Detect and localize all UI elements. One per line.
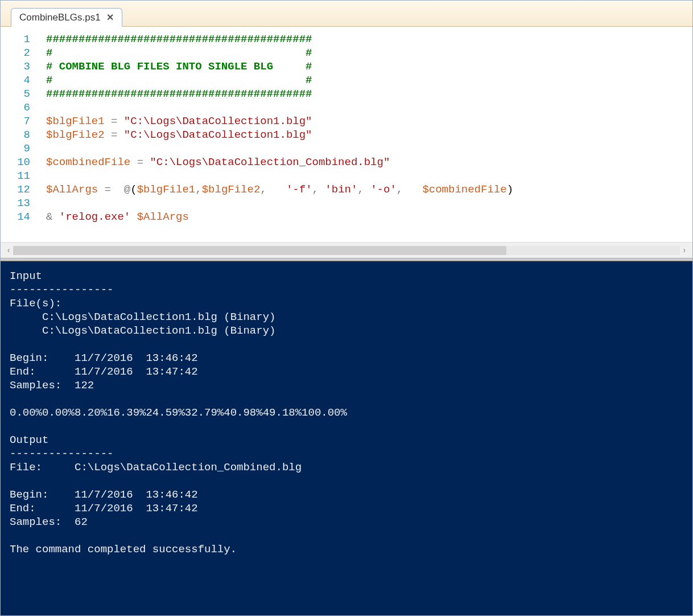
code-string: "C:\Logs\DataCollection_Combined.blg": [150, 156, 390, 169]
code-paren: ): [507, 183, 513, 196]
code-pad: [410, 183, 423, 196]
code-variable: $combinedFile: [46, 156, 130, 169]
code-string: "C:\Logs\DataCollection1.blg": [124, 129, 312, 141]
code-variable: $blgFile1: [137, 183, 196, 196]
tab-bar: CombineBLGs.ps1 ✕: [1, 1, 692, 27]
code-operator: ,: [195, 183, 201, 196]
code-string: "C:\Logs\DataCollection1.blg": [124, 115, 312, 128]
code-space: [52, 211, 59, 223]
code-comment: COMBINE BLG FILES INTO SINGLE BLG: [59, 60, 273, 73]
code-string: '-f': [286, 183, 312, 196]
tab-label: CombineBLGs.ps1: [19, 12, 101, 23]
line-number: 7: [1, 114, 30, 128]
line-number: 3: [1, 60, 30, 73]
code-variable: $AllArgs: [46, 183, 98, 196]
code-operator: =: [105, 115, 124, 128]
code-comment: ########################################…: [46, 33, 312, 46]
code-operator: =: [98, 183, 124, 196]
line-number: 1: [1, 32, 30, 46]
code-comment: # #: [46, 47, 312, 59]
line-number: 2: [1, 46, 30, 60]
line-number: 9: [1, 142, 30, 155]
code-operator: @: [124, 183, 130, 196]
scrollbar-track[interactable]: [13, 246, 679, 255]
line-number: 10: [1, 155, 30, 169]
ise-window: CombineBLGs.ps1 ✕ 1234567891011121314 ##…: [0, 0, 693, 616]
editor-scroll: 1234567891011121314 ####################…: [1, 27, 692, 242]
script-editor-pane: 1234567891011121314 ####################…: [1, 27, 692, 242]
scroll-left-icon[interactable]: ‹: [4, 246, 13, 255]
code-string: 'relog.exe': [59, 211, 130, 223]
code-string: '-o': [370, 183, 397, 196]
code-operator: =: [105, 129, 124, 141]
line-number: 12: [1, 183, 30, 196]
code-string: 'bin': [325, 183, 357, 196]
code-paren: (: [130, 183, 137, 196]
line-number: 6: [1, 101, 30, 114]
close-icon[interactable]: ✕: [106, 13, 114, 22]
code-operator: ,: [397, 183, 410, 196]
tab-combine-blgs[interactable]: CombineBLGs.ps1 ✕: [11, 8, 122, 27]
line-number: 11: [1, 169, 30, 183]
scrollbar-thumb[interactable]: [13, 246, 506, 255]
code-operator: ,: [312, 183, 325, 196]
code-pad: [273, 183, 286, 196]
code-variable: $combinedFile: [422, 183, 506, 196]
code-variable: $AllArgs: [137, 211, 189, 223]
line-number-gutter: 1234567891011121314: [1, 27, 35, 242]
code-area[interactable]: ########################################…: [35, 27, 692, 242]
code-operator: ,: [260, 183, 273, 196]
editor-horizontal-scrollbar[interactable]: ‹ ›: [1, 242, 692, 258]
code-comment: ########################################…: [46, 88, 312, 100]
line-number: 4: [1, 73, 30, 87]
console-text: Input ---------------- File(s): C:\Logs\…: [10, 270, 347, 556]
code-comment: #: [273, 60, 312, 73]
scroll-right-icon[interactable]: ›: [680, 246, 689, 255]
code-space: [130, 211, 137, 223]
line-number: 14: [1, 210, 30, 224]
code-operator: &: [46, 211, 52, 223]
code-comment: #: [46, 60, 59, 73]
code-comment: # #: [46, 74, 312, 87]
line-number: 8: [1, 128, 30, 142]
console-output-pane[interactable]: Input ---------------- File(s): C:\Logs\…: [1, 261, 692, 615]
line-number: 13: [1, 196, 30, 210]
code-operator: ,: [357, 183, 370, 196]
code-variable: $blgFile2: [46, 129, 105, 141]
line-number: 5: [1, 87, 30, 101]
code-operator: =: [130, 156, 150, 169]
code-variable: $blgFile2: [202, 183, 261, 196]
code-variable: $blgFile1: [46, 115, 105, 128]
